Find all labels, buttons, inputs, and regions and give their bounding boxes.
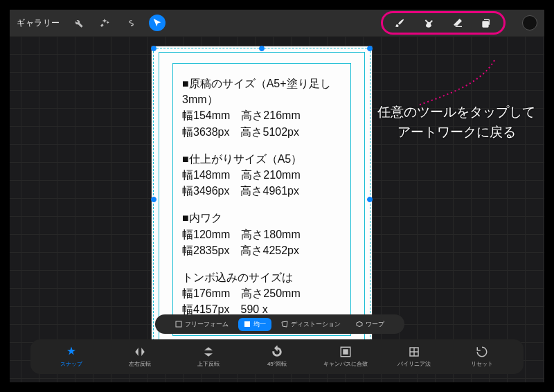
brush-icon[interactable] [391,15,408,31]
svg-rect-1 [244,321,250,327]
mode-distort[interactable]: ディストーション [276,318,346,331]
action-flip-vertical[interactable]: 上下反転 [181,346,236,368]
smudge-icon[interactable] [420,15,437,31]
handle-top-mid[interactable] [259,46,265,51]
eraser-icon[interactable] [449,15,466,31]
document-text: ■原稿のサイズ（A5+塗り足し3mm） 幅154mm 高さ216mm 幅3638… [182,75,358,328]
annotation-line: 任意のツールをタップして [356,103,554,123]
action-flip-horizontal[interactable]: 左右反転 [112,346,168,368]
handle-top-left[interactable] [151,46,157,51]
action-bar: スナップ 左右反転 上下反転 45°回転 キャンバスに合致 バイリニア法 [30,339,524,374]
lasso-s-icon[interactable] [123,15,139,31]
section-title: ■原稿のサイズ（A5+塗り足し3mm） [182,75,358,107]
pointer-icon[interactable] [149,15,166,31]
action-label: バイリニア法 [397,360,431,368]
gallery-button[interactable]: ギャラリー [17,17,60,29]
action-rotate-45[interactable]: 45°回転 [249,346,305,368]
right-tools-callout [381,11,506,35]
layers-icon[interactable] [479,15,495,31]
action-bilinear[interactable]: バイリニア法 [386,346,442,368]
svg-rect-0 [176,321,181,327]
action-label: 45°回転 [267,360,287,368]
handle-mid-left[interactable] [151,197,157,202]
action-label: キャンバスに合致 [323,360,368,368]
text-line: 幅148mm 高さ210mm [182,167,358,183]
wrench-icon[interactable] [70,15,87,31]
mode-label: 均一 [253,320,266,329]
handle-mid-right[interactable] [367,197,373,202]
text-line: 幅3496px 高さ4961px [182,183,358,199]
action-label: スナップ [60,360,82,368]
annotation-line: アートワークに戻る [356,123,554,143]
action-label: 上下反転 [197,360,220,368]
mode-label: ワープ [366,320,384,329]
text-line: 幅3638px 高さ5102px [182,124,358,140]
text-line: 幅154mm 高さ216mm [182,107,358,123]
text-line: 幅2835px 高さ4252px [182,242,358,258]
action-fit-canvas[interactable]: キャンバスに合致 [318,346,373,368]
mode-warp[interactable]: ワープ [350,318,390,331]
action-snap[interactable]: スナップ [44,346,99,368]
action-label: 左右反転 [129,360,151,368]
action-reset[interactable]: リセット [454,346,510,368]
canvas-area[interactable]: ■原稿のサイズ（A5+塗り足し3mm） 幅154mm 高さ216mm 幅3638… [10,36,544,382]
text-line: 幅120mm 高さ180mm [182,226,358,242]
mode-label: フリーフォーム [185,320,229,329]
mode-uniform[interactable]: 均一 [238,318,271,331]
wand-icon[interactable] [96,15,113,31]
svg-rect-3 [343,350,348,354]
section-title: トンボ込みのサイズは [182,269,358,285]
mode-label: ディストーション [291,320,341,329]
color-swatch[interactable] [522,15,537,30]
text-line: 幅176mm 高さ250mm [182,285,358,301]
handle-top-right[interactable] [367,46,373,51]
artboard[interactable]: ■原稿のサイズ（A5+塗り足し3mm） 幅154mm 高さ216mm 幅3638… [151,46,373,353]
mode-freeform[interactable]: フリーフォーム [170,318,234,331]
section-title: ■内ワク [182,210,358,226]
action-label: リセット [471,360,493,368]
topbar: ギャラリー [10,10,544,36]
transform-mode-bar: フリーフォーム 均一 ディストーション ワープ [155,314,404,334]
section-title: ■仕上がりサイズ（A5） [182,151,358,167]
annotation-text: 任意のツールをタップして アートワークに戻る [356,103,554,142]
